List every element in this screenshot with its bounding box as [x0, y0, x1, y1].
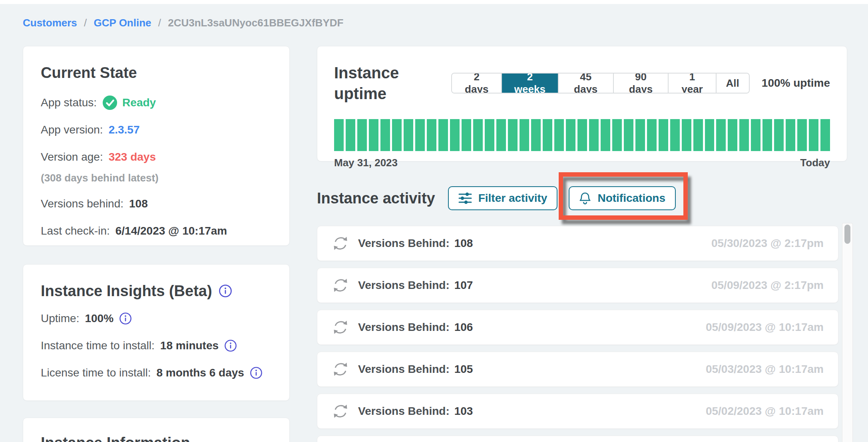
uptime-bar: [728, 119, 737, 151]
version-age-row: Version age: 323 days: [41, 149, 272, 165]
uptime-label: Uptime:: [41, 312, 79, 325]
uptime-chart: [334, 119, 830, 151]
notifications-button[interactable]: Notifications: [569, 186, 676, 210]
breadcrumb-separator: /: [158, 17, 161, 29]
last-checkin-row: Last check-in: 6/14/2023 @ 10:17am: [41, 223, 272, 239]
uptime-bar: [369, 119, 378, 151]
uptime-bar: [543, 119, 552, 151]
uptime-range-2-days[interactable]: 2 days: [452, 74, 502, 93]
uptime-bar: [601, 119, 610, 151]
activity-row-value: 103: [454, 405, 473, 418]
app-version-value[interactable]: 2.3.57: [109, 123, 140, 136]
chart-end-label: Today: [800, 157, 830, 169]
uptime-bar: [531, 119, 541, 151]
sync-arrows-icon: [332, 235, 349, 252]
uptime-bar: [450, 119, 460, 151]
activity-row[interactable]: Versions Behind: 105 05/03/2023 @ 10:17a…: [317, 352, 838, 387]
uptime-bar: [520, 119, 529, 151]
chart-start-label: May 31, 2023: [334, 157, 398, 169]
instance-time-to-install-label: Instance time to install:: [41, 339, 155, 352]
uptime-bar: [589, 119, 599, 151]
activity-row-label: Versions Behind:: [358, 321, 450, 334]
uptime-bar: [820, 119, 830, 151]
breadcrumb-link-customers[interactable]: Customers: [23, 17, 77, 29]
uptime-bar: [682, 119, 691, 151]
notifications-label: Notifications: [597, 192, 665, 205]
activity-row-timestamp: 05/03/2023 @ 10:17am: [706, 363, 824, 376]
uptime-bar: [508, 119, 518, 151]
app-status-value: Ready: [122, 96, 156, 109]
uptime-bar: [334, 119, 344, 151]
uptime-bar: [705, 119, 715, 151]
uptime-range-45-days[interactable]: 45 days: [559, 74, 614, 93]
uptime-range-all[interactable]: All: [717, 74, 749, 93]
version-age-note: (308 days behind latest): [41, 172, 272, 184]
uptime-bar: [473, 119, 483, 151]
breadcrumb-separator: /: [84, 17, 87, 29]
uptime-bar: [566, 119, 575, 151]
info-icon[interactable]: [224, 339, 237, 352]
uptime-bar: [554, 119, 564, 151]
instance-information-card: Instance Information: [23, 418, 290, 442]
activity-title: Instance activity: [317, 186, 435, 210]
last-checkin-value: 6/14/2023 @ 10:17am: [115, 225, 227, 237]
uptime-bar: [380, 119, 390, 151]
info-icon[interactable]: [250, 366, 263, 379]
uptime-bar: [357, 119, 367, 151]
uptime-bar: [739, 119, 749, 151]
uptime-header: Instance uptime 2 days2 weeks45 days90 d…: [334, 62, 830, 104]
uptime-range-90-days[interactable]: 90 days: [614, 74, 669, 93]
activity-row-timestamp: 05/09/2023 @ 2:17pm: [711, 279, 824, 292]
breadcrumb-link-customer-name[interactable]: GCP Online: [94, 17, 151, 29]
activity-row-partial[interactable]: [317, 436, 838, 442]
check-circle-icon: [102, 95, 117, 110]
sync-arrows-icon: [332, 402, 349, 420]
activity-scrollbar-thumb[interactable]: [844, 225, 850, 244]
info-icon[interactable]: [119, 312, 132, 325]
uptime-bar: [751, 119, 760, 151]
uptime-bar: [716, 119, 726, 151]
app-status-label: App status:: [41, 96, 97, 109]
activity-row[interactable]: Versions Behind: 107 05/09/2023 @ 2:17pm: [317, 268, 838, 303]
activity-list: Versions Behind: 108 05/30/2023 @ 2:17pm…: [317, 226, 838, 442]
filter-sliders-icon: [458, 192, 472, 204]
versions-behind-value: 108: [129, 197, 148, 210]
uptime-bar: [624, 119, 633, 151]
uptime-bar: [438, 119, 448, 151]
app-version-label: App version:: [41, 123, 103, 136]
activity-row-label: Versions Behind:: [358, 405, 450, 418]
activity-row[interactable]: Versions Behind: 108 05/30/2023 @ 2:17pm: [317, 226, 838, 261]
uptime-bar: [577, 119, 587, 151]
uptime-title: Instance uptime: [334, 62, 451, 104]
filter-activity-label: Filter activity: [478, 192, 547, 205]
instance-time-to-install-value: 18 minutes: [160, 339, 219, 352]
uptime-range-2-weeks[interactable]: 2 weeks: [502, 74, 559, 93]
activity-row-value: 105: [454, 363, 473, 376]
uptime-range-1-year[interactable]: 1 year: [669, 74, 716, 93]
uptime-bar: [485, 119, 494, 151]
versions-behind-row: Versions behind: 108: [41, 196, 272, 211]
uptime-bar: [462, 119, 471, 151]
filter-activity-button[interactable]: Filter activity: [448, 186, 558, 210]
current-state-card: Current State App status: Ready App vers…: [23, 46, 290, 246]
app-version-row: App version: 2.3.57: [41, 122, 272, 137]
uptime-chart-labels: May 31, 2023 Today: [334, 157, 830, 169]
uptime-bar: [496, 119, 506, 151]
uptime-bar: [427, 119, 436, 151]
activity-row[interactable]: Versions Behind: 106 05/09/2023 @ 10:17a…: [317, 310, 838, 345]
uptime-bar: [774, 119, 784, 151]
activity-row[interactable]: Versions Behind: 103 05/02/2023 @ 10:17a…: [317, 394, 838, 429]
uptime-row: Uptime: 100%: [41, 311, 272, 326]
activity-row-value: 107: [454, 279, 473, 292]
uptime-range-group: 2 days2 weeks45 days90 days1 yearAll: [451, 73, 749, 94]
license-time-to-install-label: License time to install:: [41, 366, 151, 379]
info-icon[interactable]: [219, 284, 232, 298]
activity-row-label: Versions Behind:: [358, 363, 450, 376]
activity-row-timestamp: 05/30/2023 @ 2:17pm: [711, 237, 824, 250]
instance-time-to-install-row: Instance time to install: 18 minutes: [41, 338, 272, 353]
instance-information-title: Instance Information: [41, 432, 272, 442]
instance-insights-title: Instance Insights (Beta): [41, 281, 212, 301]
uptime-bar: [809, 119, 818, 151]
activity-scrollbar-track[interactable]: [842, 223, 853, 442]
main-content: Current State App status: Ready App vers…: [0, 29, 868, 442]
